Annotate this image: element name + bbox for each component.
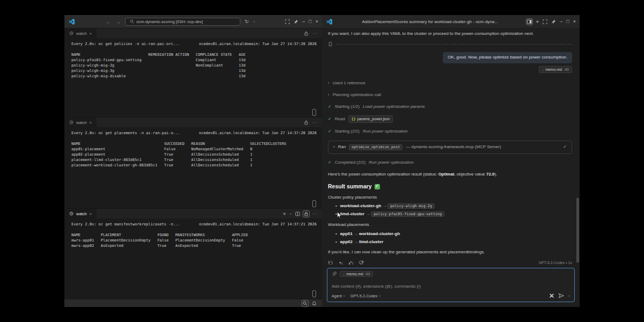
watch-command: Every 2.0s: oc get manifestworkreplicase… (71, 222, 180, 227)
divider-line (336, 44, 572, 45)
tab-watch-1[interactable]: watch × (64, 28, 97, 38)
attachment-line: :49 (365, 272, 370, 276)
model-picker[interactable]: GPT-5.2-Codex › (350, 294, 380, 298)
chevron-right-icon: › (328, 80, 330, 86)
editor-layout-toggle[interactable] (527, 19, 532, 24)
input-toolbar: Agent › GPT-5.2-Codex › › (332, 293, 570, 298)
undo-icon[interactable] (338, 260, 343, 265)
step-used-reference[interactable]: › Used 1 reference (328, 80, 572, 86)
send-icon[interactable] (558, 293, 565, 298)
check-icon: ✓ (328, 129, 332, 135)
terminal-profile-chevron-icon[interactable]: › (288, 213, 293, 215)
pane-scroll-indicator (312, 109, 316, 116)
app-name: app01 (340, 231, 353, 236)
search-text: ocm-dynamic-scoring [SSH: ocp-dev] (136, 19, 203, 24)
expand-icon[interactable] (543, 19, 547, 24)
user-message-bubble: OK, good. Now, please optimize based on … (443, 52, 572, 63)
bookmark-icon[interactable] (328, 42, 333, 47)
more-actions-icon[interactable]: ··· (312, 31, 318, 36)
list-item: app02→llmd-cluster (335, 239, 572, 245)
step-detail: Load power optimization params (363, 104, 425, 110)
sync-chevron-icon[interactable]: › (251, 21, 256, 23)
close-button[interactable]: × (316, 19, 318, 24)
chevron-down-icon: › (377, 295, 382, 297)
model-label: GPT-5.2-Codex (350, 294, 378, 298)
pin-icon[interactable] (551, 19, 556, 24)
back-icon[interactable]: ← (106, 19, 111, 25)
chat-scrollbar[interactable] (576, 198, 579, 262)
terminal-pane-policies[interactable]: Every 2.0s: oc get policies -n ai-ran-pa… (64, 38, 322, 117)
bell-icon[interactable] (312, 301, 317, 306)
step-read-file[interactable]: ✓ Read {} params_power.json (328, 115, 572, 122)
tools-icon[interactable] (549, 293, 554, 298)
thumbs-down-icon[interactable] (358, 260, 364, 265)
terminal-pane-placements[interactable]: Every 2.0s: oc get placements -n ai-ran-… (64, 127, 322, 208)
pane2-actions: ··· (304, 120, 323, 125)
lock-icon[interactable] (304, 31, 309, 36)
placements-table: NAME SUCCEEDED REASON SELECTEDCLUSTERS a… (71, 141, 317, 168)
tab-close-icon[interactable]: × (90, 31, 92, 36)
chat-titlebar: AddonPlacementScores summary for workloa… (322, 15, 580, 28)
close-button[interactable]: × (573, 19, 576, 24)
policy-chip: policy-wlcgh-mig-2g (387, 203, 435, 209)
list-item: llmd-cluster→policy-pfai01-fixed-gpu-set… (335, 211, 572, 217)
tab-close-icon[interactable]: × (90, 211, 92, 216)
zoom-toggle[interactable] (303, 301, 308, 306)
pane-scroll-indicator (312, 290, 316, 297)
new-chat-icon[interactable]: + (536, 19, 539, 25)
step-detail: Run power optimization (369, 160, 414, 166)
check-icon: ✓ (328, 116, 332, 122)
sync-icon[interactable]: ↻ (245, 19, 249, 24)
tab-close-icon[interactable]: × (90, 120, 92, 125)
result-text: , objective value (454, 172, 486, 177)
new-terminal-icon[interactable]: + (283, 211, 286, 217)
more-actions-icon[interactable]: ··· (312, 211, 318, 216)
mode-picker[interactable]: Agent › (332, 294, 345, 298)
terminal-pane-manifestworks[interactable]: Every 2.0s: oc get manifestworkreplicase… (64, 218, 322, 299)
watch-host-time: ocmdev01.airan.localdomain: Tue Jan 27 1… (199, 41, 317, 47)
layout-icon[interactable] (285, 19, 290, 24)
tab-watch-2[interactable]: watch × (64, 118, 97, 127)
watch-host-time: ocmdev01.airan.localdomain: Tue Jan 27 1… (199, 130, 317, 136)
restore-button[interactable]: □ (309, 19, 311, 24)
read-file-chip[interactable]: {} params_power.json (348, 115, 393, 122)
lock-icon (304, 211, 309, 216)
chat-input-box[interactable]: ↓ memo.md:49 Agent › GPT-5.2-Codex › › (327, 268, 575, 302)
minimize-button[interactable]: – (302, 19, 305, 24)
arrow-right-icon: → (353, 239, 359, 244)
attachment-chip[interactable]: ↓ memo.md:49 (539, 66, 572, 73)
read-file-name: params_power.json (357, 116, 390, 121)
step-planning[interactable]: › Planning optimization call (328, 92, 572, 98)
mcp-tool-call[interactable]: › Ran optimize_optimize_post — dynamic-s… (328, 141, 572, 154)
pin-icon[interactable] (294, 19, 298, 24)
tab-label: watch (76, 211, 87, 216)
send-options-chevron-icon[interactable]: › (567, 295, 572, 297)
more-actions-icon[interactable]: ··· (312, 120, 318, 125)
attachment-chip[interactable]: ↓ memo.md:49 (340, 271, 373, 277)
cluster-placements-list: workload-cluster-gh→policy-wlcgh-mig-2g … (335, 203, 572, 217)
step-completed: ✓ Completed (2/2) Run power optimization (328, 160, 572, 166)
paperclip-icon[interactable] (332, 272, 336, 276)
thumbs-up-icon[interactable] (348, 260, 354, 265)
attachment-line: :49 (564, 67, 569, 72)
watch-command: Every 2.0s: oc get policies -n ai-ran-pa… (71, 41, 180, 47)
retry-icon[interactable] (328, 260, 333, 265)
cluster-name: llmd-cluster (340, 211, 364, 216)
restore-button[interactable]: □ (566, 19, 569, 24)
minimize-button[interactable]: – (560, 19, 562, 24)
chat-transcript[interactable]: If you want, I can also apply this YAML … (322, 28, 580, 265)
chat-message-input[interactable] (332, 284, 570, 289)
lock-toggle[interactable] (304, 211, 309, 216)
assistant-outro: If you'd like, I can now clean up the ge… (328, 250, 572, 255)
forward-icon[interactable]: → (115, 19, 121, 25)
step-label: Used 1 reference (333, 80, 365, 86)
pane3-actions: + › ··· (283, 211, 322, 217)
titlebar-actions: – □ × (285, 19, 318, 24)
search-box[interactable]: ocm-dynamic-scoring [SSH: ocp-dev] (125, 18, 240, 26)
tool-name-chip: optimize_optimize_post (349, 144, 402, 150)
split-terminal-icon[interactable] (295, 211, 300, 216)
tab-watch-3[interactable]: watch × (64, 209, 97, 218)
lock-icon[interactable] (304, 120, 309, 125)
workload-placements-subhead: Workload placements (328, 222, 572, 228)
terminal-tabbar-2: watch × ··· (64, 117, 322, 127)
